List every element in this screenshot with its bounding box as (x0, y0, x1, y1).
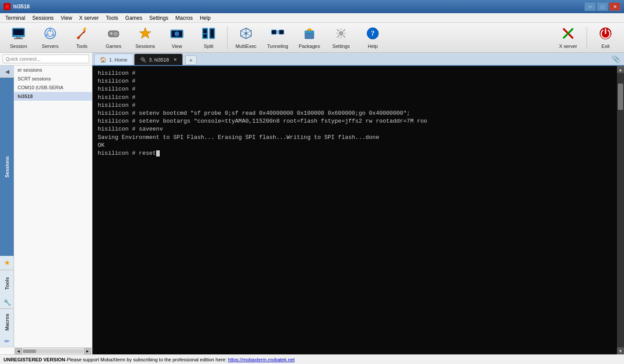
h-scroll-right[interactable]: ► (84, 348, 91, 354)
view-button[interactable]: View (162, 25, 192, 51)
scrollbar-thumb[interactable] (618, 84, 623, 110)
menu-macros[interactable]: Macros (172, 14, 196, 22)
tools-tab[interactable]: Tools (0, 270, 14, 296)
svg-line-10 (52, 34, 53, 35)
terminal-line-4: hisilicon # (98, 102, 612, 109)
session-item-com10[interactable]: COM10 (USB-SERIA (14, 83, 92, 92)
help-label: Help (368, 44, 378, 49)
terminal-line-1: hisilicon # (98, 77, 612, 85)
servers-button[interactable]: Servers (35, 25, 65, 51)
tools-icon-side[interactable]: 🔧 (0, 296, 14, 309)
macros-tab[interactable]: Macros (0, 309, 14, 335)
svg-point-18 (117, 33, 118, 35)
help-icon: ? (366, 26, 380, 43)
left-panel: ◀ Sessions ★ Tools 🔧 Macros (0, 53, 92, 354)
help-button[interactable]: ? Help (358, 25, 388, 51)
add-tab-button[interactable]: + (185, 55, 197, 65)
hi3518-tab-icon: 🔌 (140, 57, 147, 63)
close-button[interactable]: ✕ (609, 2, 620, 11)
quick-connect-input[interactable] (3, 55, 89, 63)
multiexec-button[interactable]: MultiExec (231, 25, 261, 51)
svg-rect-2 (16, 37, 21, 38)
games-button[interactable]: Games (99, 25, 128, 51)
svg-point-13 (77, 36, 80, 39)
terminal-wrapper: hisilicon # hisilicon # hisilicon # hisi… (92, 66, 624, 354)
terminal[interactable]: hisilicon # hisilicon # hisilicon # hisi… (92, 66, 617, 354)
favorites-icon[interactable]: ★ (0, 256, 14, 270)
unregistered-label: UNREGISTERED VERSION (4, 357, 65, 362)
tab-hi3518[interactable]: 🔌 3. hi3518 ✕ (134, 54, 183, 65)
terminal-scrollbar[interactable]: ▲ ▼ (617, 66, 624, 354)
terminal-line-2: hisilicon # (98, 85, 612, 93)
h-scroll-thumb[interactable] (23, 349, 36, 353)
svg-rect-28 (203, 34, 207, 38)
multiexec-icon (239, 26, 253, 43)
svg-point-31 (245, 32, 247, 35)
split-label: Split (204, 44, 213, 49)
scrollbar-track (618, 73, 623, 347)
servers-label: Servers (42, 44, 59, 49)
collapse-button[interactable]: ◀ (0, 66, 14, 78)
tools-icon (75, 26, 89, 43)
exit-label: Exit (602, 44, 609, 49)
tunneling-icon (271, 26, 285, 43)
session-button[interactable]: Session (4, 25, 33, 51)
toolbar-right: X server Exit (553, 25, 620, 51)
menu-xserver[interactable]: X server (76, 14, 103, 22)
close-hi3518-tab[interactable]: ✕ (173, 57, 177, 62)
minimize-button[interactable]: ─ (584, 2, 596, 11)
vertical-tabs: ◀ Sessions ★ Tools 🔧 Macros (0, 66, 14, 347)
menu-help[interactable]: Help (196, 14, 214, 22)
sessions-tab[interactable]: Sessions (0, 78, 14, 256)
xserver-button[interactable]: X server (553, 25, 583, 51)
session-item-scrt[interactable]: SCRT sessions (14, 74, 92, 83)
tunneling-label: Tunneling (267, 44, 288, 49)
split-button[interactable]: Split (194, 25, 224, 51)
tunneling-button[interactable]: Tunneling (263, 25, 293, 51)
terminal-line-5: hisilicon # setenv bootcmd "sf probe 0;s… (98, 109, 612, 117)
app-icon: H (4, 3, 11, 10)
svg-rect-16 (111, 32, 112, 35)
session-item-hi3518[interactable]: hi3518 (14, 92, 92, 101)
session-item-other[interactable]: er sessions (14, 66, 92, 74)
menu-settings[interactable]: Settings (146, 14, 172, 22)
menu-view[interactable]: View (57, 14, 76, 22)
menu-tools[interactable]: Tools (103, 14, 122, 22)
session-label: Session (10, 44, 27, 49)
svg-rect-39 (305, 31, 314, 33)
toolbar: Session Servers Tools (0, 23, 624, 53)
svg-point-19 (115, 35, 117, 36)
settings-button[interactable]: Settings (326, 25, 356, 51)
packages-button[interactable]: Packages (294, 25, 324, 51)
menu-terminal[interactable]: Terminal (2, 14, 29, 22)
svg-point-43 (340, 32, 342, 35)
terminal-line-cursor: hisilicon # reset (98, 149, 612, 157)
servers-icon (43, 26, 57, 43)
session-icon (11, 26, 26, 43)
collapse-icon: ◀ (5, 69, 9, 75)
menu-games[interactable]: Games (122, 14, 146, 22)
svg-rect-40 (308, 29, 311, 31)
tab-pin-icon[interactable]: 📎 (612, 55, 620, 63)
scrollbar-down[interactable]: ▼ (617, 347, 624, 354)
xserver-icon (561, 26, 575, 43)
sessions-button[interactable]: Sessions (130, 25, 160, 51)
terminal-line-7: hisilicon # saveenv (98, 125, 612, 133)
h-scroll-track (23, 349, 83, 353)
svg-rect-27 (203, 29, 207, 33)
exit-button[interactable]: Exit (591, 25, 620, 51)
scrollbar-up[interactable]: ▲ (617, 66, 624, 73)
svg-marker-21 (139, 28, 151, 38)
maximize-button[interactable]: □ (597, 2, 608, 11)
terminal-line-0: hisilicon # (98, 69, 612, 77)
svg-point-8 (46, 34, 48, 36)
sessions-icon (138, 26, 152, 43)
tab-home[interactable]: 🏠 1. Home (94, 54, 133, 65)
svg-rect-33 (272, 30, 276, 34)
macros-icon-side[interactable]: ✏ (0, 335, 14, 347)
tools-button[interactable]: Tools (67, 25, 97, 51)
status-link[interactable]: https://mobaxterm.mobatek.net (228, 357, 295, 362)
menu-sessions[interactable]: Sessions (29, 14, 57, 22)
h-scroll-left[interactable]: ◄ (15, 348, 22, 354)
svg-point-20 (114, 33, 115, 35)
